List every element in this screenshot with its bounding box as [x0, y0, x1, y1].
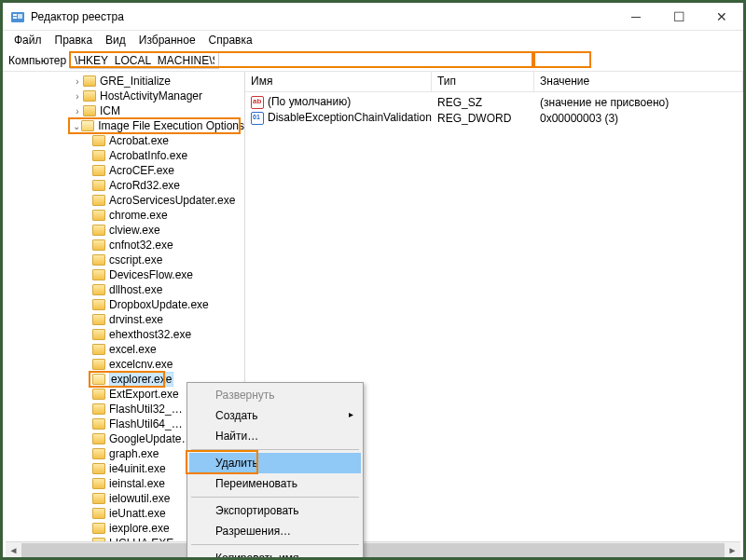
folder-icon [92, 150, 105, 161]
folder-icon [92, 165, 105, 176]
window-title: Редактор реестра [31, 10, 615, 23]
context-menu-item[interactable]: Найти… [189, 426, 361, 446]
tree-item[interactable]: ›HostActivityManager [3, 89, 244, 103]
context-menu-item[interactable]: Разрешения… [189, 521, 361, 541]
tree-item-label: clview.exe [109, 224, 160, 237]
context-menu-item[interactable]: Удалить [189, 453, 361, 473]
tree-item[interactable]: cscript.exe [3, 253, 244, 267]
tree-item-label: drvinst.exe [109, 313, 163, 326]
svg-rect-1 [13, 14, 17, 16]
tree-item[interactable]: DevicesFlow.exe [3, 267, 244, 282]
folder-icon [92, 478, 105, 489]
menubar: Файл Правка Вид Избранное Справка [3, 31, 743, 49]
tree-item[interactable]: AcrobatInfo.exe [3, 148, 244, 163]
list-row[interactable]: (По умолчанию)REG_SZ(значение не присвое… [245, 94, 743, 110]
col-value[interactable]: Значение [534, 72, 743, 91]
tree-item-label: ieUnatt.exe [109, 507, 166, 520]
folder-icon [81, 120, 94, 131]
tree-item[interactable]: Acrobat.exe [3, 133, 244, 148]
tree-item[interactable]: drvinst.exe [3, 312, 244, 327]
tree-item-label: dllhost.exe [109, 283, 162, 296]
context-menu-item[interactable]: Копировать имя раздела [189, 548, 361, 560]
context-menu-item[interactable]: Экспортировать [189, 500, 361, 521]
col-name[interactable]: Имя [245, 72, 432, 91]
folder-icon [92, 403, 105, 415]
cell-value: (значение не присвоено) [534, 96, 743, 109]
col-type[interactable]: Тип [432, 72, 534, 91]
tree-item-label: excelcnv.exe [109, 358, 173, 371]
folder-icon [92, 389, 105, 400]
menu-separator [191, 544, 359, 545]
tree-item[interactable]: excelcnv.exe [3, 357, 244, 372]
menu-favorites[interactable]: Избранное [133, 32, 201, 48]
maximize-button[interactable]: ☐ [657, 3, 700, 31]
folder-icon [92, 493, 105, 504]
tree-item[interactable]: ›ICM [3, 103, 244, 118]
scroll-left-icon[interactable]: ◄ [6, 542, 21, 558]
titlebar: Редактор реестра ─ ☐ ✕ [3, 3, 743, 31]
tree-item-label: explorer.exe [109, 372, 173, 387]
menu-edit[interactable]: Правка [49, 32, 99, 48]
context-menu-item[interactable]: Создать [189, 405, 361, 426]
close-button[interactable]: ✕ [700, 3, 743, 31]
tree-item[interactable]: DropboxUpdate.exe [3, 297, 244, 312]
svg-rect-2 [13, 17, 17, 19]
tree-item-label: AcroRd32.exe [109, 179, 180, 192]
folder-icon [92, 299, 105, 310]
tree-item-label: FlashUtil64_… [109, 417, 183, 430]
folder-icon [92, 284, 105, 295]
folder-icon [92, 433, 105, 444]
tree-item-label: Image File Execution Options [98, 119, 244, 132]
folder-icon [92, 418, 105, 430]
folder-icon [92, 374, 105, 385]
scroll-thumb[interactable] [21, 543, 189, 557]
tree-item-label: AcroServicesUpdater.exe [109, 194, 235, 207]
svg-rect-3 [18, 14, 22, 19]
tree-item-label: GRE_Initialize [100, 75, 171, 88]
tree-item-label: ieinstal.exe [109, 477, 165, 490]
cell-name: DisableExceptionChainValidation [245, 111, 432, 125]
menu-help[interactable]: Справка [203, 32, 258, 48]
folder-icon [92, 180, 105, 191]
expand-icon[interactable]: › [72, 76, 83, 87]
tree-item[interactable]: dllhost.exe [3, 282, 244, 297]
tree-item-label: ExtExport.exe [109, 388, 179, 401]
tree-item[interactable]: ehexthost32.exe [3, 327, 244, 342]
tree-item-label: AcrobatInfo.exe [109, 149, 187, 162]
tree-item[interactable]: AcroCEF.exe [3, 163, 244, 178]
tree-item[interactable]: ⌄Image File Execution Options [3, 118, 244, 133]
tree-item-label: excel.exe [109, 343, 157, 356]
tree-item-label: ICM [100, 104, 120, 117]
tree-item[interactable]: AcroServicesUpdater.exe [3, 193, 244, 208]
tree-item-label: HostActivityManager [100, 89, 202, 102]
folder-icon [83, 90, 96, 102]
folder-icon [83, 75, 96, 87]
tree-item[interactable]: clview.exe [3, 223, 244, 238]
cell-type: REG_DWORD [432, 112, 534, 125]
minimize-button[interactable]: ─ [615, 3, 657, 31]
tree-item[interactable]: excel.exe [3, 342, 244, 357]
context-menu-item: Развернуть [189, 385, 361, 405]
tree-item[interactable]: ›GRE_Initialize [3, 74, 244, 89]
expand-icon[interactable]: › [72, 91, 83, 102]
scroll-right-icon[interactable]: ► [725, 542, 740, 558]
value-name-label: DisableExceptionChainValidation [268, 111, 432, 124]
list-body: (По умолчанию)REG_SZ(значение не присвое… [245, 92, 743, 128]
context-menu-item[interactable]: Переименовать [189, 473, 361, 494]
expand-icon[interactable]: › [72, 106, 83, 116]
menu-separator [191, 449, 359, 450]
tree-item-label: cscript.exe [109, 253, 162, 266]
tree-item-label: AcroCEF.exe [109, 164, 174, 177]
tree-item-label: chrome.exe [109, 209, 168, 222]
tree-item[interactable]: chrome.exe [3, 208, 244, 223]
menu-view[interactable]: Вид [100, 32, 131, 48]
collapse-icon[interactable]: ⌄ [71, 121, 82, 131]
menu-file[interactable]: Файл [8, 32, 48, 48]
list-row[interactable]: DisableExceptionChainValidationREG_DWORD… [245, 110, 743, 126]
folder-icon [92, 225, 105, 236]
tree-item[interactable]: cnfnot32.exe [3, 238, 244, 253]
tree-item-label: DevicesFlow.exe [109, 268, 193, 281]
folder-icon [92, 210, 105, 221]
address-input[interactable] [70, 52, 219, 69]
tree-item[interactable]: AcroRd32.exe [3, 178, 244, 193]
